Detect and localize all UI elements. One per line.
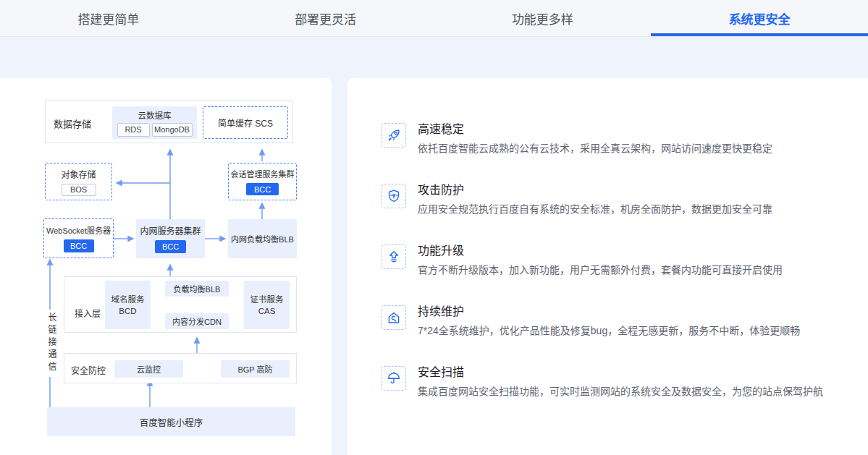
cas-label-line1: 证书服务 xyxy=(250,294,284,305)
feature-item: 高速稳定 依托百度智能云成熟的公有云技术，采用全真云架构，网站访问速度更快更稳定 xyxy=(382,122,846,156)
tab-more-secure[interactable]: 系统更安全 xyxy=(651,0,868,36)
feature-desc: 依托百度智能云成熟的公有云技术，采用全真云架构，网站访问速度更快更稳定 xyxy=(418,142,772,156)
feature-title: 功能升级 xyxy=(418,243,783,258)
tab-bar: 搭建更简单 部署更灵活 功能更多样 系统更安全 xyxy=(0,0,868,37)
feature-desc: 集成百度网站安全扫描功能，可实时监测网站的系统安全及数据安全，为您的站点保驾护航 xyxy=(418,385,823,399)
tab-build-simpler[interactable]: 搭建更简单 xyxy=(0,0,217,36)
feature-text: 持续维护 7*24全系统维护，优化产品性能及修复bug，全程无感更新，服务不中断… xyxy=(418,304,800,338)
bcd-box: 域名服务 BCD xyxy=(105,281,151,329)
websocket-bcc-chip: BCC xyxy=(64,239,94,252)
shield-scan-icon xyxy=(382,184,406,208)
cas-label-line2: CAS xyxy=(258,305,276,317)
feature-text: 攻击防护 应用安全规范执行百度自有系统的安全标准，机房全面防护，数据更加安全可靠 xyxy=(418,182,772,216)
mongodb-chip: MongoDB xyxy=(152,123,193,137)
feature-title: 高速稳定 xyxy=(418,122,772,137)
bgp-box: BGP 高防 xyxy=(221,360,290,378)
cloud-db-label: 云数据库 xyxy=(138,109,172,121)
bos-chip: BOS xyxy=(62,184,96,196)
tab-label: 系统更安全 xyxy=(729,9,791,27)
umbrella-icon xyxy=(382,366,406,391)
wrench-home-icon xyxy=(382,305,406,330)
feature-title: 安全扫描 xyxy=(418,365,823,380)
security-label: 安全防控 xyxy=(71,364,106,376)
bcd-label-line1: 域名服务 xyxy=(111,294,145,305)
upgrade-arrow-icon xyxy=(382,244,406,269)
session-cluster-label: 会话管理服务集群 xyxy=(231,168,295,179)
websocket-label: WebSocket服务器 xyxy=(46,224,111,236)
features-panel: 高速稳定 依托百度智能云成熟的公有云技术，采用全真云架构，网站访问速度更快更稳定… xyxy=(347,78,868,455)
feature-item: 安全扫描 集成百度网站安全扫描功能，可实时监测网站的系统安全及数据安全，为您的站… xyxy=(382,365,846,399)
feature-title: 攻击防护 xyxy=(418,182,772,197)
feature-desc: 应用安全规范执行百度自有系统的安全标准，机房全面防护，数据更加安全可靠 xyxy=(418,203,772,216)
tab-more-features[interactable]: 功能更多样 xyxy=(434,0,652,36)
tab-label: 功能更多样 xyxy=(512,9,573,27)
feature-desc: 官方不断升级版本，加入新功能，用户无需额外付费，套餐内功能可直接开启使用 xyxy=(418,263,783,277)
websocket-box: WebSocket服务器 BCC xyxy=(43,218,114,258)
longlink-label: 长链接通信 xyxy=(45,310,59,377)
feature-text: 高速稳定 依托百度智能云成熟的公有云技术，采用全真云架构，网站访问速度更快更稳定 xyxy=(418,122,772,156)
blb-box: 负载均衡BLB xyxy=(165,281,229,297)
rds-chip: RDS xyxy=(117,123,150,137)
session-cluster-box: 会话管理服务集群 BCC xyxy=(228,163,297,200)
cas-box: 证书服务 CAS xyxy=(244,281,290,329)
object-storage-label: 对象存储 xyxy=(61,168,96,180)
cloud-db-chips: RDS MongoDB xyxy=(117,123,193,137)
intranet-cluster-box: 内网服务器集群 BCC xyxy=(136,219,205,258)
feature-item: 攻击防护 应用安全规范执行百度自有系统的安全标准，机房全面防护，数据更加安全可靠 xyxy=(382,182,846,216)
access-layer-label: 接入层 xyxy=(75,307,101,319)
feature-desc: 7*24全系统维护，优化产品性能及修复bug，全程无感更新，服务不中断，体验更顺… xyxy=(418,324,800,338)
cluster-bcc-chip: BCC xyxy=(155,240,186,253)
feature-item: 持续维护 7*24全系统维护，优化产品性能及修复bug，全程无感更新，服务不中断… xyxy=(382,304,846,338)
tab-label: 搭建更简单 xyxy=(77,9,139,27)
page: 搭建更简单 部署更灵活 功能更多样 系统更安全 xyxy=(0,0,868,455)
scs-box: 简单缓存 SCS xyxy=(203,106,288,139)
rocket-icon xyxy=(382,123,406,148)
session-bcc-chip: BCC xyxy=(246,183,279,195)
intranet-cluster-label: 内网服务器集群 xyxy=(140,224,201,237)
feature-text: 安全扫描 集成百度网站安全扫描功能，可实时监测网站的系统安全及数据安全，为您的站… xyxy=(418,365,823,399)
architecture-diagram: 数据存储 云数据库 RDS MongoDB 简单缓存 SCS 对象存储 BOS … xyxy=(0,78,332,455)
cdn-box: 内容分发CDN xyxy=(165,313,229,329)
feature-title: 持续维护 xyxy=(418,304,800,319)
cloud-db-box: 云数据库 RDS MongoDB xyxy=(112,106,197,139)
feature-text: 功能升级 官方不断升级版本，加入新功能，用户无需额外付费，套餐内功能可直接开启使… xyxy=(418,243,783,277)
data-storage-label: 数据存储 xyxy=(54,116,91,130)
feature-item: 功能升级 官方不断升级版本，加入新功能，用户无需额外付费，套餐内功能可直接开启使… xyxy=(382,243,846,277)
bcd-label-line2: BCD xyxy=(119,305,136,317)
miniapp-box: 百度智能小程序 xyxy=(47,407,295,436)
tab-label: 部署更灵活 xyxy=(295,9,356,27)
tab-deploy-flexible[interactable]: 部署更灵活 xyxy=(217,0,434,36)
architecture-panel: 数据存储 云数据库 RDS MongoDB 简单缓存 SCS 对象存储 BOS … xyxy=(0,78,332,455)
object-storage-box: 对象存储 BOS xyxy=(45,163,112,200)
intranet-blb-box: 内网负载均衡BLB xyxy=(228,219,297,258)
cloud-monitor-box: 云监控 xyxy=(114,360,183,378)
